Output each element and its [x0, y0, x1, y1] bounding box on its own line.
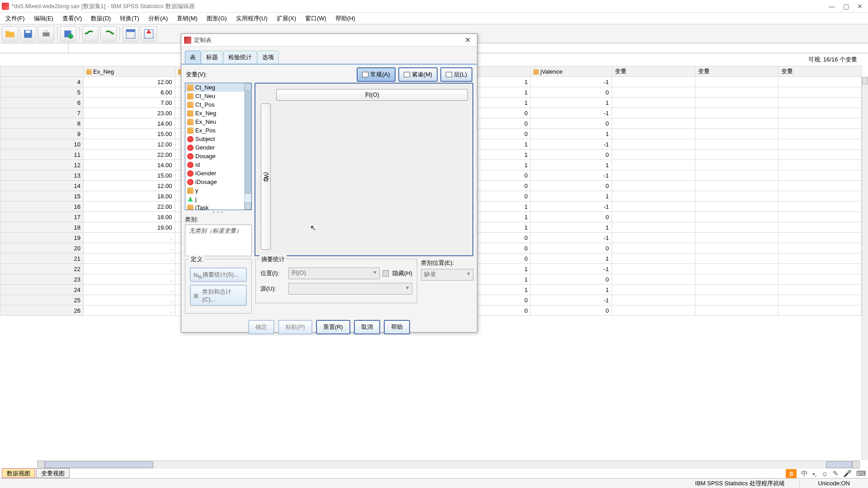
print-button[interactable] [38, 26, 54, 42]
dialog-close-button[interactable]: ✕ [461, 36, 474, 44]
recall-dialog-button[interactable] [60, 26, 76, 42]
goto-variable-button[interactable] [141, 26, 157, 42]
dialog-title: 定制表 [194, 36, 461, 44]
dialog-icon [184, 37, 191, 44]
dialog-titlebar[interactable]: 定制表 ✕ [181, 34, 477, 47]
menu-item[interactable]: 转换(T) [115, 13, 144, 24]
menu-item[interactable]: 数据(D) [86, 13, 115, 24]
close-button[interactable]: ✕ [857, 3, 863, 10]
minimize-button[interactable]: — [829, 3, 835, 10]
dialog-tab[interactable]: 检验统计 [223, 51, 257, 53]
undo-button[interactable] [82, 26, 99, 42]
svg-rect-3 [44, 30, 48, 32]
custom-tables-dialog: 定制表 ✕ 表标题检验统计选项 变量(V): 常规(A) 紧凑(M) 层(L) … [181, 33, 477, 53]
menu-item[interactable]: 图形(G) [202, 13, 231, 24]
dialog-tab[interactable]: 选项 [257, 51, 279, 53]
open-button[interactable] [2, 26, 18, 42]
menubar: 文件(F)编辑(E)查看(V)数据(D)转换(T)分析(A)直销(M)图形(G)… [0, 13, 868, 24]
svg-rect-1 [26, 30, 31, 33]
redo-button[interactable] [100, 26, 117, 42]
dialog-tab[interactable]: 表 [185, 51, 201, 53]
menu-item[interactable]: 帮助(H) [331, 13, 360, 24]
menu-item[interactable]: 实用程序(U) [231, 13, 272, 24]
menu-item[interactable]: 编辑(E) [29, 13, 58, 24]
menu-item[interactable]: 查看(V) [58, 13, 86, 24]
menu-item[interactable]: 窗口(W) [301, 13, 331, 24]
menu-item[interactable]: 直销(M) [172, 13, 202, 24]
menu-item[interactable]: 分析(A) [144, 13, 172, 24]
svg-rect-7 [126, 29, 135, 32]
dialog-tabs: 表标题检验统计选项 [181, 47, 477, 53]
titlebar: *ds5.Mixed.wide2long.sav [数据集1] - IBM SP… [0, 0, 868, 13]
maximize-button[interactable]: ▢ [843, 3, 849, 10]
menu-item[interactable]: 文件(F) [1, 13, 29, 24]
menu-item[interactable]: 扩展(X) [272, 13, 301, 24]
svg-point-5 [68, 34, 73, 39]
save-button[interactable] [20, 26, 36, 42]
window-title: *ds5.Mixed.wide2long.sav [数据集1] - IBM SP… [12, 2, 829, 10]
app-icon [2, 3, 9, 10]
svg-rect-2 [42, 32, 49, 36]
dialog-tab[interactable]: 标题 [201, 51, 223, 53]
goto-case-button[interactable] [123, 26, 139, 42]
